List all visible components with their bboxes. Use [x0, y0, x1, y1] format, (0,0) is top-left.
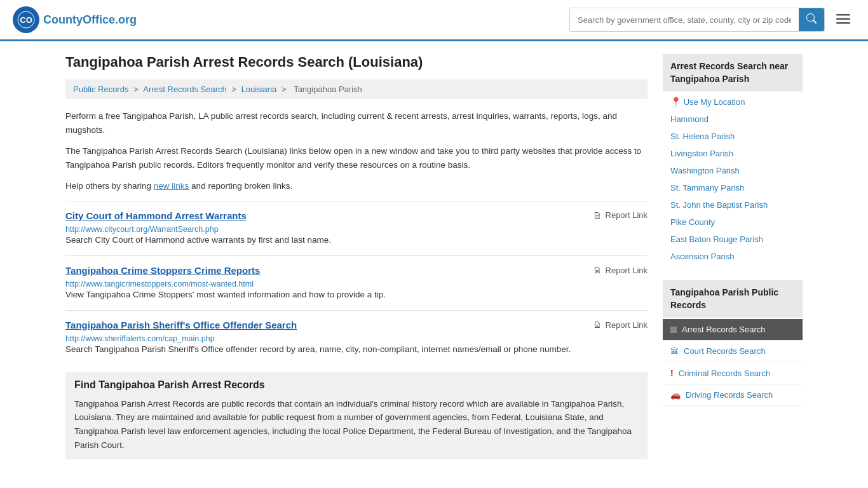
use-location-item: 📍 Use My Location	[663, 93, 803, 111]
nearby-link[interactable]: East Baton Rouge Parish	[663, 231, 803, 248]
main-content: Tangipahoa Parish Arrest Records Search …	[65, 54, 648, 459]
public-record-item: Arrest Records Search	[663, 319, 803, 341]
find-title: Find Tangipahoa Parish Arrest Records	[74, 379, 639, 391]
breadcrumb: Public Records > Arrest Records Search >…	[65, 79, 648, 99]
search-input[interactable]	[570, 10, 799, 30]
search-button[interactable]	[799, 8, 824, 31]
main-container: Tangipahoa Parish Arrest Records Search …	[53, 41, 815, 472]
resource-description: View Tangipahoa Crime Stoppers' most wan…	[65, 288, 648, 301]
logo-icon: CO	[13, 6, 39, 33]
nearby-link-item: Hammond	[663, 111, 803, 128]
nearby-link-item: Ascension Parish	[663, 248, 803, 265]
nearby-link[interactable]: Pike County	[663, 214, 803, 231]
logo[interactable]: CO CountyOffice.org	[13, 6, 137, 33]
resource-description: Search City Court of Hammond active warr…	[65, 234, 648, 247]
nearby-link-item: St. Tammany Parish	[663, 179, 803, 196]
description-section: Perform a free Tangipahoa Parish, LA pub…	[65, 109, 648, 193]
resource-title: Tangipahoa Crime Stoppers Crime Reports	[65, 265, 260, 276]
public-record-item: Criminal Records Search	[663, 362, 803, 384]
resource-link[interactable]: Tangipahoa Parish Sheriff's Office Offen…	[65, 320, 297, 330]
nearby-link[interactable]: Hammond	[663, 111, 803, 128]
public-record-label: Court Records Search	[684, 346, 766, 356]
header-controls	[569, 8, 855, 32]
nearby-section: Arrest Records Search near Tangipahoa Pa…	[663, 54, 803, 265]
public-record-link[interactable]: Court Records Search	[663, 341, 803, 362]
resource-list: City Court of Hammond Arrest Warrants Re…	[65, 201, 648, 365]
nearby-link[interactable]: Ascension Parish	[663, 248, 803, 265]
nearby-link[interactable]: St. John the Baptist Parish	[663, 196, 803, 214]
resource-url[interactable]: http://www.citycourt.org/WarrantSearch.p…	[65, 225, 219, 234]
nearby-title: Arrest Records Search near Tangipahoa Pa…	[663, 54, 803, 92]
use-location-label: Use My Location	[684, 97, 745, 107]
global-search	[569, 8, 825, 32]
nearby-link-item: Livingston Parish	[663, 145, 803, 162]
breadcrumb-public-records[interactable]: Public Records	[73, 85, 128, 94]
find-description: Tangipahoa Parish Arrest Records are pub…	[74, 397, 639, 452]
public-record-label: Driving Records Search	[686, 390, 773, 400]
nearby-link[interactable]: St. Tammany Parish	[663, 179, 803, 196]
report-link-button[interactable]: Report Link	[592, 265, 648, 275]
exclaim-icon	[670, 368, 674, 378]
breadcrumb-arrest-records[interactable]: Arrest Records Search	[143, 85, 227, 94]
resource-card: Tangipahoa Crime Stoppers Crime Reports …	[65, 255, 648, 310]
desc-para3: Help others by sharing new links and rep…	[65, 179, 648, 193]
resource-url[interactable]: http://www.sheriffalerts.com/cap_main.ph…	[65, 334, 215, 343]
nearby-link[interactable]: Washington Parish	[663, 162, 803, 179]
nearby-link[interactable]: St. Helena Parish	[663, 128, 803, 145]
nearby-links-ul: HammondSt. Helena ParishLivingston Paris…	[663, 111, 803, 265]
nearby-link-item: East Baton Rouge Parish	[663, 231, 803, 248]
public-records-section: Tangipahoa Parish Public Records Arrest …	[663, 280, 803, 406]
svg-text:CO: CO	[20, 15, 32, 25]
nearby-link[interactable]: Livingston Parish	[663, 145, 803, 162]
use-location-link[interactable]: 📍 Use My Location	[663, 93, 803, 111]
find-section: Find Tangipahoa Parish Arrest Records Ta…	[65, 372, 648, 459]
desc-para1: Perform a free Tangipahoa Parish, LA pub…	[65, 109, 648, 137]
nearby-link-item: Pike County	[663, 214, 803, 231]
resource-url[interactable]: http://www.tangicrimestoppers.com/most-w…	[65, 280, 254, 288]
public-record-item: Court Records Search	[663, 341, 803, 362]
public-record-label: Criminal Records Search	[679, 369, 771, 378]
public-record-link[interactable]: Criminal Records Search	[663, 362, 803, 384]
menu-button[interactable]	[831, 9, 855, 30]
breadcrumb-current: Tangipahoa Parish	[294, 85, 362, 94]
public-records-list: Arrest Records SearchCourt Records Searc…	[663, 319, 803, 406]
public-record-label: Arrest Records Search	[682, 325, 766, 334]
logo-text: CountyOffice.org	[43, 13, 137, 27]
breadcrumb-louisiana[interactable]: Louisiana	[241, 85, 277, 94]
nearby-link-item: Washington Parish	[663, 162, 803, 179]
resource-card: City Court of Hammond Arrest Warrants Re…	[65, 201, 648, 255]
public-record-item: Driving Records Search	[663, 384, 803, 406]
location-icon: 📍	[670, 97, 681, 107]
public-record-link[interactable]: Arrest Records Search	[663, 319, 803, 340]
public-records-title: Tangipahoa Parish Public Records	[663, 280, 803, 318]
desc-para2: The Tangipahoa Parish Arrest Records Sea…	[65, 144, 648, 172]
resource-title: City Court of Hammond Arrest Warrants	[65, 210, 247, 221]
resource-card: Tangipahoa Parish Sheriff's Office Offen…	[65, 310, 648, 365]
svg-rect-4	[836, 22, 850, 24]
page-title: Tangipahoa Parish Arrest Records Search …	[65, 54, 648, 71]
svg-rect-3	[836, 18, 850, 20]
nearby-link-item: St. Helena Parish	[663, 128, 803, 145]
public-record-link[interactable]: Driving Records Search	[663, 384, 803, 405]
nearby-links-list: HammondSt. Helena ParishLivingston Paris…	[663, 111, 803, 265]
resource-title: Tangipahoa Parish Sheriff's Office Offen…	[65, 320, 297, 330]
resource-link[interactable]: Tangipahoa Crime Stoppers Crime Reports	[65, 265, 260, 276]
car-icon	[670, 390, 681, 400]
report-link-button[interactable]: Report Link	[592, 320, 648, 330]
report-link-button[interactable]: Report Link	[592, 210, 648, 220]
sidebar: Arrest Records Search near Tangipahoa Pa…	[663, 54, 803, 459]
new-links-link[interactable]: new links	[154, 181, 189, 191]
resource-link[interactable]: City Court of Hammond Arrest Warrants	[65, 210, 247, 221]
site-header: CO CountyOffice.org	[0, 0, 868, 41]
svg-rect-2	[836, 14, 850, 16]
square-icon	[670, 327, 677, 333]
resource-description: Search Tangipahoa Parish Sheriff's Offic…	[65, 343, 648, 356]
nearby-link-item: St. John the Baptist Parish	[663, 196, 803, 214]
pillar-icon	[670, 346, 679, 356]
nearby-links: 📍 Use My Location	[663, 93, 803, 111]
